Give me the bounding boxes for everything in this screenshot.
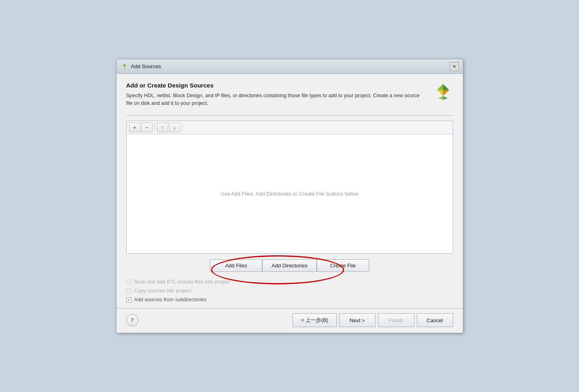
svg-marker-8 [437, 90, 443, 96]
dialog-body: Add or Create Design Sources Specify HDL… [117, 74, 463, 333]
vivado-logo [433, 82, 453, 102]
add-files-button[interactable]: Add Files [210, 259, 262, 272]
app-icon [121, 63, 128, 70]
cancel-button[interactable]: Cancel [417, 313, 453, 327]
back-button[interactable]: < 上一步(B) [293, 313, 337, 327]
add-subdirs-checkbox[interactable] [126, 297, 132, 302]
add-file-toolbar-button[interactable]: + [129, 123, 140, 132]
add-subdirs-option: Add sources from subdirectories [126, 297, 453, 302]
footer: ? < 上一步(B) Next > Finish Cancel [126, 309, 453, 333]
add-sources-dialog: Add Sources ✕ Add or Create Design Sourc… [116, 59, 463, 333]
copy-sources-option: Copy sources into project [126, 288, 453, 294]
svg-marker-1 [122, 64, 124, 66]
header-description: Specify HDL, netlist, Block Design, and … [126, 92, 426, 107]
file-list-area: Use Add Files, Add Directories or Create… [127, 134, 453, 254]
svg-marker-7 [443, 90, 449, 96]
remove-file-toolbar-button[interactable]: − [141, 123, 153, 132]
close-button[interactable]: ✕ [450, 62, 459, 71]
header-divider [126, 115, 453, 116]
action-buttons-row: Add Files Add Directories Create File [126, 259, 453, 272]
dialog-heading: Add or Create Design Sources [126, 82, 426, 89]
help-button[interactable]: ? [126, 314, 138, 326]
copy-sources-label: Copy sources into project [134, 288, 191, 294]
toolbar-divider-2 [182, 123, 183, 131]
file-panel: + − ↑ ↓ Use Add Files, Add Directories o… [126, 121, 453, 254]
title-bar-left: Add Sources [121, 63, 161, 70]
move-up-button[interactable]: ↑ [157, 123, 168, 132]
scan-rtl-label: Scan and add RTL include files into proj… [134, 279, 230, 285]
navigation-buttons: < 上一步(B) Next > Finish Cancel [293, 313, 453, 327]
move-down-button[interactable]: ↓ [169, 123, 180, 132]
file-area-placeholder: Use Add Files, Add Directories or Create… [221, 191, 359, 197]
scan-rtl-checkbox[interactable] [126, 279, 132, 285]
svg-marker-4 [124, 68, 126, 69]
dialog-title: Add Sources [131, 63, 161, 69]
toolbar-divider [155, 123, 155, 131]
scan-rtl-option: Scan and add RTL include files into proj… [126, 279, 453, 285]
copy-sources-checkbox[interactable] [126, 288, 132, 294]
remove-icon: − [145, 124, 148, 131]
header-text: Add or Create Design Sources Specify HDL… [126, 82, 426, 107]
svg-marker-3 [122, 66, 124, 68]
finish-button[interactable]: Finish [378, 313, 414, 327]
svg-marker-5 [443, 84, 449, 90]
up-arrow-icon: ↑ [161, 124, 164, 131]
options-section: Scan and add RTL include files into proj… [126, 279, 453, 302]
header-section: Add or Create Design Sources Specify HDL… [126, 82, 453, 107]
add-subdirs-label: Add sources from subdirectories [134, 297, 207, 302]
file-toolbar: + − ↑ ↓ [127, 121, 453, 134]
down-arrow-icon: ↓ [173, 124, 176, 131]
svg-marker-6 [437, 84, 443, 90]
create-file-button[interactable]: Create File [317, 259, 369, 272]
svg-marker-2 [124, 66, 126, 68]
add-icon: + [133, 124, 136, 131]
next-button[interactable]: Next > [339, 313, 376, 327]
svg-marker-10 [438, 96, 443, 100]
svg-marker-9 [443, 96, 448, 100]
add-directories-button[interactable]: Add Directories [262, 259, 317, 272]
title-bar: Add Sources ✕ [117, 59, 463, 74]
svg-marker-0 [124, 64, 126, 66]
